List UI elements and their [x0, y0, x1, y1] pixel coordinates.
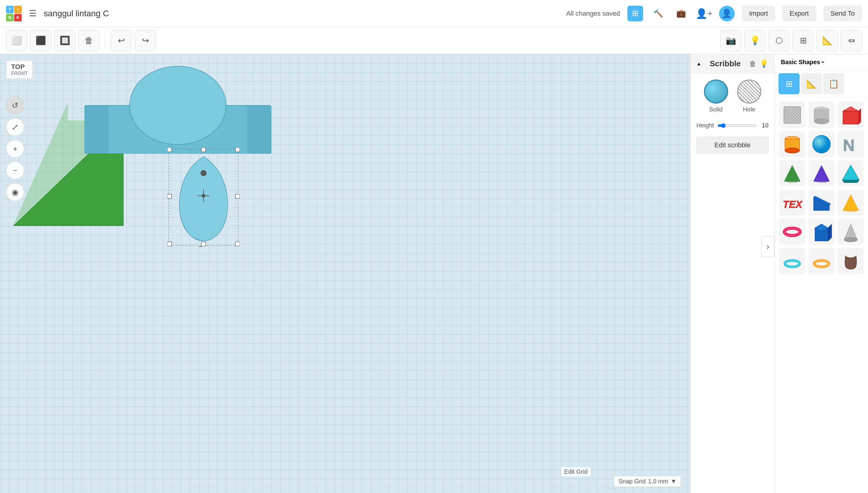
group-btn[interactable]: ⬛ — [30, 30, 51, 51]
svg-rect-9 — [236, 148, 240, 152]
next-arrow[interactable]: › — [761, 236, 774, 257]
shape-blue-cube[interactable] — [808, 219, 834, 245]
logo-i: I — [14, 6, 22, 13]
bottom-controls: Snap Grid 1.0 mm ▼ — [614, 476, 681, 487]
briefcase-icon-btn[interactable]: 💼 — [673, 6, 689, 21]
left-tools: ↺ ⤢ + − ◉ — [6, 97, 24, 201]
lib-tab-text[interactable]: 📋 — [823, 73, 844, 94]
solid-hole-selector: Solid Hole — [690, 73, 774, 119]
height-row: Height 10 — [690, 119, 774, 132]
shape-blue-sphere[interactable] — [808, 131, 834, 157]
grid-btn[interactable]: ⊞ — [793, 30, 814, 51]
shape-teal-prism[interactable] — [837, 160, 864, 187]
logo-n: N — [6, 14, 14, 21]
svg-point-34 — [785, 148, 800, 153]
shape-library-dropdown[interactable]: Basic Shapes Letters Animals — [780, 59, 825, 66]
shape-gray-cylinder[interactable] — [808, 102, 834, 128]
scribble-header: ▲ Scribble 🗑 💡 — [690, 54, 774, 73]
view-cube[interactable]: TOP FRONT — [6, 60, 33, 79]
edit-scribble-button[interactable]: Edit scribble — [697, 137, 768, 154]
mirror-btn[interactable]: ⇔ — [841, 30, 862, 51]
shape-orange-cylinder[interactable] — [779, 131, 805, 157]
scribble-light-icon[interactable]: 💡 — [760, 60, 768, 68]
add-user-btn[interactable]: 👤+ — [696, 6, 712, 21]
scribble-delete-icon[interactable]: 🗑 — [749, 60, 756, 68]
shape-n-shape[interactable]: N — [837, 131, 864, 157]
menu-icon[interactable]: ☰ — [26, 7, 39, 20]
undo-btn[interactable]: ↩ — [110, 30, 132, 51]
hammer-icon-btn[interactable]: 🔨 — [650, 6, 666, 21]
solid-option[interactable]: Solid — [704, 80, 728, 113]
main: TOP FRONT ↺ ⤢ + − ◉ — [0, 54, 868, 493]
svg-text:N: N — [843, 136, 854, 154]
rotate-tool-btn[interactable]: ↺ — [6, 97, 24, 114]
svg-rect-4 — [84, 105, 108, 154]
shape-teal-torus[interactable] — [779, 248, 805, 274]
svg-text:TEXT: TEXT — [783, 199, 803, 210]
logo-k: K — [14, 14, 22, 21]
edit-grid-label[interactable]: Edit Grid — [561, 467, 591, 476]
shape-pink-torus[interactable] — [779, 219, 805, 245]
hole-option[interactable]: Hole — [737, 80, 761, 113]
height-value: 10 — [760, 122, 768, 129]
add-tool-btn[interactable]: + — [6, 140, 24, 158]
shape-blue-wedge[interactable] — [808, 189, 834, 216]
view-front-label: FRONT — [11, 71, 28, 76]
svg-rect-13 — [201, 148, 206, 152]
lib-tab-grid[interactable]: ⊞ — [779, 73, 800, 94]
delete-btn[interactable]: 🗑 — [78, 30, 100, 51]
user-avatar[interactable]: 👤 — [719, 6, 735, 21]
shape-striped-box[interactable] — [779, 102, 805, 128]
shape-yellow-pyramid[interactable] — [837, 189, 864, 216]
shape-library-header: Basic Shapes Letters Animals — [775, 54, 868, 70]
shape-btn[interactable]: ⬡ — [768, 30, 790, 51]
export-button[interactable]: Export — [782, 6, 816, 21]
svg-marker-42 — [842, 180, 859, 183]
subtract-tool-btn[interactable]: − — [6, 162, 24, 179]
shape-green-pyramid[interactable] — [779, 160, 805, 187]
svg-point-18 — [201, 170, 206, 176]
svg-marker-52 — [828, 224, 832, 241]
camera-btn[interactable]: 📷 — [720, 30, 741, 51]
svg-rect-25 — [784, 107, 801, 124]
canvas-area[interactable]: TOP FRONT ↺ ⤢ + − ◉ — [0, 54, 690, 493]
resize-tool-btn[interactable]: ⤢ — [6, 118, 24, 136]
blue-hat-shape[interactable] — [84, 57, 271, 154]
project-name[interactable]: sanggul lintang C — [44, 9, 109, 18]
height-slider[interactable] — [718, 123, 756, 128]
shape-purple-pyramid[interactable] — [808, 160, 834, 187]
svg-marker-53 — [844, 224, 857, 239]
ungroup-btn[interactable]: 🔲 — [54, 30, 75, 51]
header: T I N K ☰ sanggul lintang C All changes … — [0, 0, 868, 27]
view-top-label: TOP — [11, 63, 25, 70]
scribble-selected-shape[interactable]: ↷ — [167, 148, 240, 247]
redo-btn[interactable]: ↪ — [135, 30, 156, 51]
view3d-tool-btn[interactable]: ◉ — [6, 183, 24, 201]
shape-library: Basic Shapes Letters Animals ⊞ 📐 📋 — [774, 54, 868, 493]
svg-marker-40 — [813, 165, 829, 183]
svg-marker-41 — [842, 165, 859, 180]
svg-rect-7 — [167, 148, 171, 152]
grid-view-btn[interactable]: ⊞ — [627, 6, 643, 21]
copy-workplane-btn[interactable]: ⬜ — [6, 30, 27, 51]
svg-rect-5 — [247, 105, 271, 154]
scribble-collapse-icon[interactable]: ▲ — [697, 61, 701, 67]
shape-text[interactable]: TEXT — [779, 189, 805, 216]
solid-circle — [704, 80, 728, 104]
sendto-button[interactable]: Send To — [823, 6, 862, 21]
canvas-shapes: ↷ — [0, 54, 690, 493]
snap-grid-arrow[interactable]: ▼ — [670, 478, 677, 485]
lib-tab-ruler[interactable]: 📐 — [801, 73, 822, 94]
ruler-btn[interactable]: 📐 — [817, 30, 838, 51]
light-btn[interactable]: 💡 — [744, 30, 766, 51]
shape-brown[interactable] — [837, 248, 864, 274]
shape-gray-cone[interactable] — [837, 219, 864, 245]
shape-red-box[interactable] — [837, 102, 864, 128]
snap-grid-control[interactable]: Snap Grid 1.0 mm ▼ — [614, 476, 681, 487]
svg-marker-31 — [859, 107, 861, 124]
import-button[interactable]: Import — [742, 6, 775, 21]
shape-orange-torus[interactable] — [808, 248, 834, 274]
svg-marker-30 — [843, 107, 859, 111]
svg-rect-29 — [843, 111, 859, 124]
shapes-grid: N — [775, 98, 868, 278]
